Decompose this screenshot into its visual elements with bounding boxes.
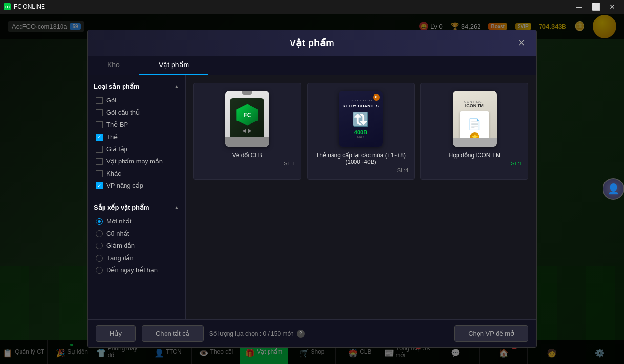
- retry-price-sub: MAX: [357, 135, 364, 139]
- sort-giam-dan[interactable]: Giảm dần: [94, 240, 179, 252]
- side-chat: 👤: [603, 178, 624, 200]
- footer-info: Số lượng lựa chọn : 0 / 150 món ?: [209, 330, 448, 338]
- icon-tm-contract-label: CONTRACT: [464, 101, 484, 103]
- app-title: FC ONLINE: [14, 3, 45, 10]
- app-icon: FC: [4, 3, 11, 10]
- product-type-arrow: ▲: [174, 84, 179, 89]
- clb-fc-text: FC: [243, 112, 251, 119]
- checkbox-vp-nang-cap[interactable]: ✓: [96, 182, 103, 189]
- retry-price-value: 400B: [354, 129, 367, 135]
- info-icon[interactable]: ?: [297, 330, 305, 338]
- radio-giam-dan[interactable]: [96, 243, 103, 249]
- modal-body: Loại sản phẩm ▲ Gói Gói cầu thủ: [88, 75, 536, 319]
- retry-arrows-icon: 🔃: [352, 111, 369, 127]
- filter-goi[interactable]: Gói: [94, 94, 179, 106]
- modal-tabs: Kho Vật phẩm: [88, 56, 536, 75]
- tab-kho[interactable]: Kho: [88, 56, 139, 75]
- sort-het-han[interactable]: Đến ngày hết hạn: [94, 264, 179, 276]
- radio-moi-nhat[interactable]: [96, 218, 103, 225]
- filter-goi-cau-thu[interactable]: Gói cầu thủ: [94, 106, 179, 119]
- icon-tm-card-visual: CONTRACT ICON TM 📄 ⭐: [453, 91, 497, 147]
- checkbox-gia-lap[interactable]: [96, 146, 103, 153]
- retry-card-visual: 8 CRAFT ITEM RETRY CHANCES 🔃 400B MAX: [339, 91, 383, 147]
- retry-number-badge: 8: [373, 94, 380, 101]
- retry-card-image: 8 CRAFT ITEM RETRY CHANCES 🔃 400B MAX: [336, 89, 385, 148]
- modal-title: Vật phẩm: [290, 38, 334, 48]
- retry-title-label: RETRY CHANCES: [343, 104, 379, 108]
- card-top-notch: [242, 91, 252, 95]
- title-bar: FC FC ONLINE — ⬜ ✕: [0, 0, 624, 14]
- filter-khac[interactable]: Khác: [94, 167, 179, 180]
- modal-sidebar: Loại sản phẩm ▲ Gói Gói cầu thủ: [88, 75, 186, 319]
- window-close-button[interactable]: ✕: [604, 2, 620, 12]
- card-bottom-strip: [225, 137, 269, 147]
- filter-gia-lap[interactable]: Giả lập: [94, 143, 179, 155]
- icon-tm-top: CONTRACT ICON TM: [464, 97, 484, 108]
- checkbox-khac[interactable]: [96, 170, 103, 177]
- radio-tang-dan[interactable]: [96, 255, 103, 262]
- checkbox-the[interactable]: ✓: [96, 134, 103, 141]
- icon-tm-title-text: ICON TM: [464, 103, 484, 108]
- clb-item-quantity: SL:1: [284, 161, 295, 166]
- product-type-section: Loại sản phẩm ▲ Gói Gói cầu thủ: [88, 79, 185, 196]
- retry-craft-label: CRAFT ITEM: [350, 99, 372, 102]
- window-controls: — ⬜ ✕: [571, 2, 620, 12]
- modal-close-button[interactable]: ✕: [515, 36, 528, 50]
- sidebar-divider: [94, 198, 179, 198]
- clb-card-visual: FC ◀ ▶: [225, 91, 269, 147]
- checkbox-goi[interactable]: [96, 97, 103, 104]
- items-grid: FC ◀ ▶: [193, 83, 528, 180]
- retry-item-quantity: SL:4: [397, 167, 409, 173]
- item-card-clb[interactable]: FC ◀ ▶: [193, 83, 301, 180]
- checkbox-the-bp[interactable]: [96, 121, 103, 128]
- sort-arrow: ▲: [174, 205, 179, 210]
- game-background: AcçFCO·com1310a 59 😀 LV 0 🏆 34,262 Boost…: [0, 14, 624, 364]
- modal-header: Vật phẩm ✕: [88, 30, 536, 56]
- icon-tm-item-name: Hợp đồng ICON TM: [448, 152, 500, 159]
- minimize-button[interactable]: —: [571, 2, 587, 12]
- clb-arrows: ◀ ▶: [242, 128, 252, 133]
- clb-hexagon: FC: [236, 104, 258, 126]
- sort-tang-dan[interactable]: Tăng dần: [94, 252, 179, 264]
- checkbox-vat-pham-may-man[interactable]: [96, 158, 103, 165]
- icon-tm-item-quantity: SL:1: [511, 161, 522, 166]
- icon-tm-content: 📄 ⭐: [460, 111, 489, 138]
- product-type-header: Loại sản phẩm ▲: [94, 83, 179, 90]
- selection-info-text: Số lượng lựa chọn : 0 / 150 món: [209, 330, 294, 337]
- radio-cu-nhat[interactable]: [96, 230, 103, 237]
- filter-vat-pham-may-man[interactable]: Vật phẩm may mắn: [94, 155, 179, 167]
- filter-the[interactable]: ✓ Thẻ: [94, 131, 179, 143]
- item-card-retry[interactable]: 8 CRAFT ITEM RETRY CHANCES 🔃 400B MAX Th…: [307, 83, 415, 180]
- modal-overlay: Vật phẩm ✕ Kho Vật phẩm L: [0, 14, 624, 364]
- sort-moi-nhat[interactable]: Mới nhất: [94, 215, 179, 227]
- icon-tm-bottom-strip: [453, 138, 497, 147]
- filter-vp-nang-cap[interactable]: ✓ VP nâng cấp: [94, 180, 179, 192]
- retry-item-name: Thẻ nâng cấp lại các mùa (+1~+8)(1000 -4…: [313, 152, 409, 165]
- modal: Vật phẩm ✕ Kho Vật phẩm L: [87, 30, 537, 348]
- sort-header: Sắp xếp vật phẩm ▲: [94, 204, 179, 211]
- title-bar-left: FC FC ONLINE: [4, 3, 45, 10]
- maximize-button[interactable]: ⬜: [588, 2, 603, 12]
- clb-card-inner: FC ◀ ▶: [230, 98, 264, 140]
- clb-card-image: FC ◀ ▶: [223, 89, 271, 148]
- cancel-button[interactable]: Hủy: [96, 325, 136, 342]
- clb-item-name: Vé đổi CLB: [232, 152, 262, 159]
- icon-tm-card-image: CONTRACT ICON TM 📄 ⭐: [450, 89, 499, 148]
- items-content: FC ◀ ▶: [186, 75, 536, 319]
- filter-the-bp[interactable]: Thẻ BP: [94, 119, 179, 131]
- radio-het-han[interactable]: [96, 267, 103, 274]
- side-chat-button[interactable]: 👤: [603, 178, 624, 200]
- sort-section: Sắp xếp vật phẩm ▲ Mới nhất Cũ nhất: [88, 200, 185, 280]
- modal-footer: Hủy Chọn tất cả Số lượng lựa chọn : 0 / …: [88, 319, 536, 347]
- confirm-button[interactable]: Chọn VP để mở: [454, 325, 528, 342]
- select-all-button[interactable]: Chọn tất cả: [142, 325, 204, 342]
- tab-vat-pham[interactable]: Vật phẩm: [139, 56, 208, 75]
- checkbox-goi-cau-thu[interactable]: [96, 109, 103, 116]
- icon-tm-paper-icon: 📄: [468, 118, 481, 131]
- item-card-icon-tm[interactable]: CONTRACT ICON TM 📄 ⭐: [420, 83, 528, 180]
- sort-cu-nhat[interactable]: Cũ nhất: [94, 227, 179, 240]
